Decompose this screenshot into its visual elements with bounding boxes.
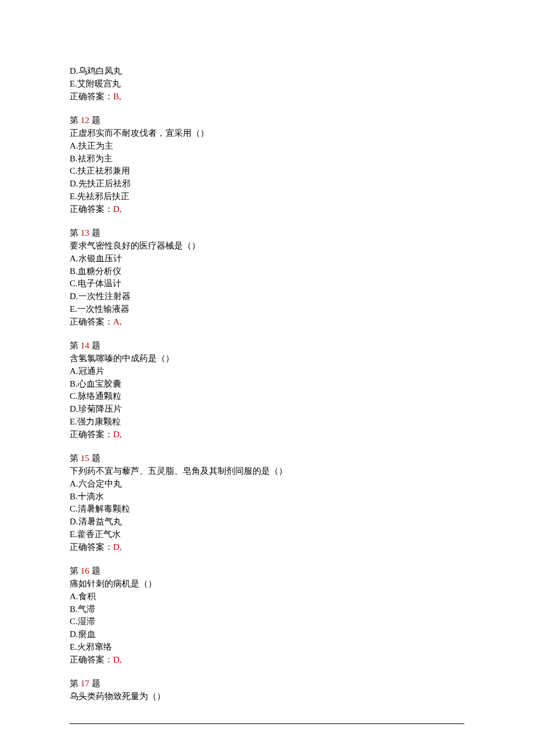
option-line: E.藿香正气水 <box>70 528 464 541</box>
question-stem: 正虚邪实而不耐攻伐者，宜采用（） <box>70 127 464 140</box>
answer-label: 正确答案： <box>70 542 113 552</box>
answer-label: 正确答案： <box>70 204 113 214</box>
question-stem: 下列药不宜与藜芦、五灵脂、皂角及其制剂同服的是（） <box>70 465 464 478</box>
option-line: D.一次性注射器 <box>70 290 464 303</box>
question-number: 17 <box>81 679 89 688</box>
question-number: 16 <box>81 566 89 575</box>
document-page: D.乌鸡白凤丸 E.艾附暖宫丸 正确答案：B, 第 12 题正虚邪实而不耐攻伐者… <box>0 0 534 756</box>
q-prefix: 第 <box>70 566 81 575</box>
q-suffix: 题 <box>89 679 100 688</box>
answer-label: 正确答案： <box>70 317 113 326</box>
answer-line: 正确答案：D, <box>70 541 464 554</box>
option-line: B.血糖分析仪 <box>70 265 464 278</box>
answer-label: 正确答案： <box>70 430 113 439</box>
option-line: A.食积 <box>70 591 464 603</box>
answer-label: 正确答案： <box>70 92 113 101</box>
option-line: C.脉络通颗粒 <box>70 390 464 403</box>
option-line: C.清暑解毒颗粒 <box>70 503 464 516</box>
question-block: 第 15 题下列药不宜与藜芦、五灵脂、皂角及其制剂同服的是（）A.六合定中丸B.… <box>70 452 464 553</box>
option-line: A.扶正为主 <box>70 140 464 153</box>
answer-line: 正确答案：B, <box>70 91 464 103</box>
option-line: C.电子体温计 <box>70 278 464 290</box>
q-prefix: 第 <box>70 679 81 688</box>
answer-value: D, <box>113 204 122 214</box>
option-line: B.心血宝胶囊 <box>70 378 464 391</box>
footer-rule <box>70 723 464 724</box>
answer-label: 正确答案： <box>70 655 113 664</box>
answer-line: 正确答案：D, <box>70 654 464 667</box>
option-e: E.艾附暖宫丸 <box>70 78 464 91</box>
question-header: 第 15 题 <box>70 452 464 465</box>
option-line: B.祛邪为主 <box>70 153 464 165</box>
option-line: C.湿滞 <box>70 615 464 628</box>
question-header: 第 17 题 <box>70 678 464 690</box>
q-prefix: 第 <box>70 453 81 463</box>
answer-value: A, <box>113 317 122 326</box>
answer-line: 正确答案：D, <box>70 203 464 216</box>
question-stem: 痛如针刺的病机是（） <box>70 578 464 591</box>
q-suffix: 题 <box>89 116 100 125</box>
option-line: D.清暑益气丸 <box>70 516 464 528</box>
option-line: B.十滴水 <box>70 491 464 503</box>
question-header: 第 14 题 <box>70 340 464 352</box>
question-block: 第 14 题含氢氯噻嗪的中成药是（）A.冠通片B.心血宝胶囊C.脉络通颗粒D.珍… <box>70 340 464 441</box>
question-header: 第 12 题 <box>70 114 464 127</box>
question-block: 第 13 题要求气密性良好的医疗器械是（）A.水银血压计B.血糖分析仪C.电子体… <box>70 227 464 328</box>
question-header: 第 16 题 <box>70 565 464 578</box>
question-number: 14 <box>81 341 89 350</box>
option-line: E.强力康颗粒 <box>70 416 464 429</box>
option-line: A.冠通片 <box>70 365 464 378</box>
q-prefix: 第 <box>70 228 81 237</box>
question-stem: 含氢氯噻嗪的中成药是（） <box>70 352 464 365</box>
q-prefix: 第 <box>70 116 81 125</box>
answer-value: B, <box>113 92 121 101</box>
option-line: C.扶正祛邪兼用 <box>70 165 464 178</box>
question-tail: 第 17 题 乌头类药物致死量为（） <box>70 678 464 703</box>
answer-line: 正确答案：D, <box>70 429 464 441</box>
question-number: 13 <box>81 228 89 237</box>
q-suffix: 题 <box>89 341 100 350</box>
question-header: 第 13 题 <box>70 227 464 240</box>
question-number: 15 <box>81 453 89 463</box>
option-line: E.火邪窜络 <box>70 641 464 654</box>
answer-line: 正确答案：A, <box>70 316 464 329</box>
option-line: A.水银血压计 <box>70 253 464 265</box>
q-suffix: 题 <box>89 566 100 575</box>
option-line: D.瘀血 <box>70 628 464 641</box>
question-stem: 要求气密性良好的医疗器械是（） <box>70 240 464 253</box>
answer-value: D, <box>113 430 122 439</box>
option-line: D.先扶正后祛邪 <box>70 178 464 190</box>
question-stem: 乌头类药物致死量为（） <box>70 690 464 703</box>
option-line: A.六合定中丸 <box>70 478 464 491</box>
question-number: 12 <box>81 116 89 125</box>
option-line: D.珍菊降压片 <box>70 403 464 416</box>
question-block: 第 12 题正虚邪实而不耐攻伐者，宜采用（）A.扶正为主B.祛邪为主C.扶正祛邪… <box>70 114 464 215</box>
q-prefix: 第 <box>70 341 81 350</box>
answer-value: D, <box>113 542 122 552</box>
option-line: B.气滞 <box>70 603 464 616</box>
option-line: E.先祛邪后扶正 <box>70 190 464 203</box>
answer-value: D, <box>113 655 122 664</box>
question-block: 第 16 题痛如针刺的病机是（）A.食积B.气滞C.湿滞D.瘀血E.火邪窜络正确… <box>70 565 464 666</box>
q-suffix: 题 <box>89 453 100 463</box>
option-d: D.乌鸡白凤丸 <box>70 65 464 78</box>
prelude-block: D.乌鸡白凤丸 E.艾附暖宫丸 正确答案：B, <box>70 65 464 103</box>
option-line: E.一次性输液器 <box>70 303 464 316</box>
q-suffix: 题 <box>89 228 100 237</box>
